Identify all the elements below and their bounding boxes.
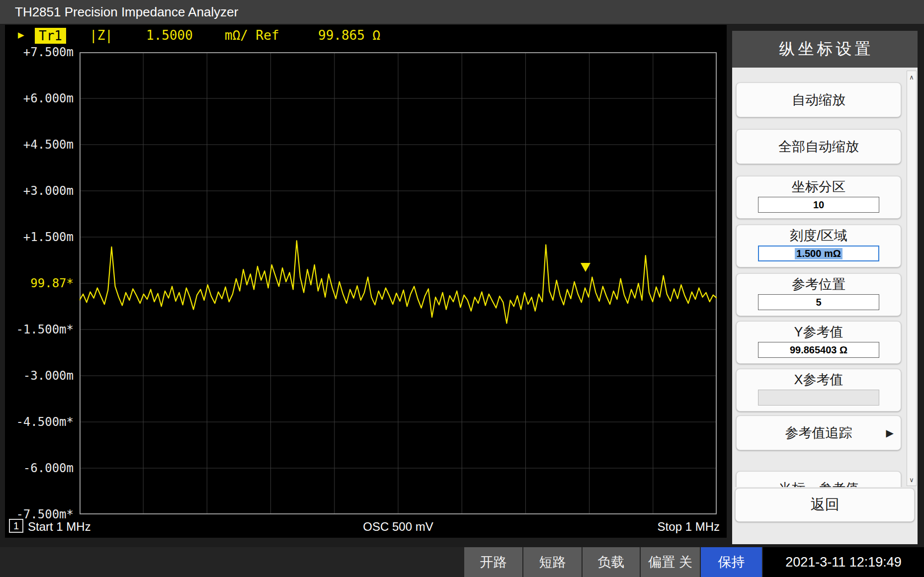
scale-per-div-input[interactable]: 1.500 mΩ <box>758 246 879 261</box>
x-ref-group: X参考值 <box>736 369 901 412</box>
y-axis-label: -1.500m* <box>5 323 76 336</box>
y-axis-label: -3.000m <box>5 369 76 383</box>
bias-label: 偏置 关 <box>648 553 692 571</box>
hold-button[interactable]: 保持 <box>701 547 762 577</box>
back-button[interactable]: 返回 <box>735 488 915 522</box>
load-button[interactable]: 负载 <box>583 547 640 577</box>
scroll-down-button[interactable]: ∨ <box>907 474 916 486</box>
trace-marker-icon <box>581 263 590 272</box>
open-circuit-label: 开路 <box>480 553 507 571</box>
back-label: 返回 <box>811 495 840 515</box>
trace-ref-value: 99.865 Ω <box>318 28 380 43</box>
y-axis-label: +1.500m <box>5 230 76 244</box>
y-axis-reference-label: 99.87* <box>5 276 76 290</box>
app-window: TH2851 Precision Impedance Analyzer ▶ Tr… <box>0 0 924 577</box>
y-axis-label: +7.500m <box>5 45 76 59</box>
hold-label: 保持 <box>718 553 745 571</box>
y-ref-input[interactable]: 99.865403 Ω <box>758 342 879 358</box>
trace-parameter-label: |Z| <box>89 28 113 43</box>
y-axis-label: -4.500m* <box>5 415 76 429</box>
y-axis-label: +3.000m <box>5 184 76 198</box>
autoscale-button[interactable]: 自动缩放 <box>736 82 901 117</box>
scale-per-div-label: 刻度/区域 <box>790 228 847 243</box>
title-bar: TH2851 Precision Impedance Analyzer <box>0 0 924 24</box>
y-ref-value: 99.865403 Ω <box>790 344 847 356</box>
trace-scale-unit-label: mΩ/ Ref <box>225 28 279 43</box>
autoscale-label: 自动缩放 <box>792 91 845 109</box>
osc-level-label: OSC 500 mV <box>363 519 433 535</box>
trace-scale-value: 1.5000 <box>146 28 193 43</box>
ref-position-label: 参考位置 <box>792 277 845 292</box>
divisions-label: 坐标分区 <box>792 179 845 194</box>
y-axis-label: +4.500m <box>5 138 76 152</box>
load-label: 负载 <box>598 553 625 571</box>
divisions-group: 坐标分区 10 <box>736 176 901 219</box>
x-ref-input[interactable] <box>758 390 879 406</box>
trace-header: ▶ Tr1 |Z| 1.5000 mΩ/ Ref 99.865 Ω <box>5 28 727 45</box>
channel-indicator: 1 <box>9 519 23 533</box>
y-ref-label: Y参考值 <box>794 325 843 339</box>
y-axis-label: +6.000m <box>5 91 76 105</box>
x-axis-info: 1 Start 1 MHz OSC 500 mV Stop 1 MHz <box>5 519 727 536</box>
divisions-value: 10 <box>813 199 824 211</box>
bottom-status-bar: 开路 短路 负载 偏置 关 保持 2021-3-11 12:19:49 <box>0 547 924 577</box>
trace-name-badge[interactable]: Tr1 <box>35 28 66 44</box>
clock-display: 2021-3-11 12:19:49 <box>763 547 924 577</box>
scale-per-div-value: 1.500 mΩ <box>795 248 842 259</box>
scroll-up-button[interactable]: ∧ <box>907 71 916 83</box>
y-axis-label: -6.000m <box>5 461 76 475</box>
side-panel: 自动缩放 全部自动缩放 坐标分区 10 刻度/区域 1.500 mΩ 参考位置 <box>732 68 918 544</box>
short-circuit-label: 短路 <box>539 553 566 571</box>
ref-track-button[interactable]: 参考值追踪 ▶ <box>736 415 901 450</box>
stop-frequency-label: Stop 1 MHz <box>658 519 720 535</box>
cursor-to-ref-label: 光标→参考值 <box>778 480 859 487</box>
ref-position-value: 5 <box>816 297 821 308</box>
short-circuit-button[interactable]: 短路 <box>523 547 582 577</box>
panel-scroll-area: 自动缩放 全部自动缩放 坐标分区 10 刻度/区域 1.500 mΩ 参考位置 <box>732 68 905 487</box>
window-title: TH2851 Precision Impedance Analyzer <box>15 4 238 20</box>
ref-position-input[interactable]: 5 <box>758 294 879 310</box>
timestamp: 2021-3-11 12:19:49 <box>785 555 902 570</box>
panel-title: 纵坐标设置 <box>732 31 918 68</box>
panel-title-text: 纵坐标设置 <box>779 38 874 60</box>
y-ref-group: Y参考值 99.865403 Ω <box>736 321 901 364</box>
ref-track-label: 参考值追踪 <box>785 424 852 442</box>
panel-scrollbar[interactable]: ∧ ∨ <box>907 71 917 486</box>
ref-position-group: 参考位置 5 <box>736 273 901 316</box>
open-circuit-button[interactable]: 开路 <box>464 547 522 577</box>
start-frequency-label: Start 1 MHz <box>28 519 91 535</box>
bias-toggle-button[interactable]: 偏置 关 <box>641 547 700 577</box>
chevron-right-icon: ▶ <box>886 427 894 439</box>
active-trace-marker-icon: ▶ <box>18 29 24 41</box>
scale-per-div-group: 刻度/区域 1.500 mΩ <box>736 225 901 267</box>
x-ref-label: X参考值 <box>794 372 843 387</box>
graph-grid <box>80 52 717 514</box>
autoscale-all-button[interactable]: 全部自动缩放 <box>736 129 901 164</box>
divisions-input[interactable]: 10 <box>758 197 879 213</box>
plot-area: ▶ Tr1 |Z| 1.5000 mΩ/ Ref 99.865 Ω +7.500… <box>5 25 727 538</box>
cursor-to-ref-button[interactable]: 光标→参考值 <box>736 471 901 487</box>
autoscale-all-label: 全部自动缩放 <box>778 138 859 156</box>
